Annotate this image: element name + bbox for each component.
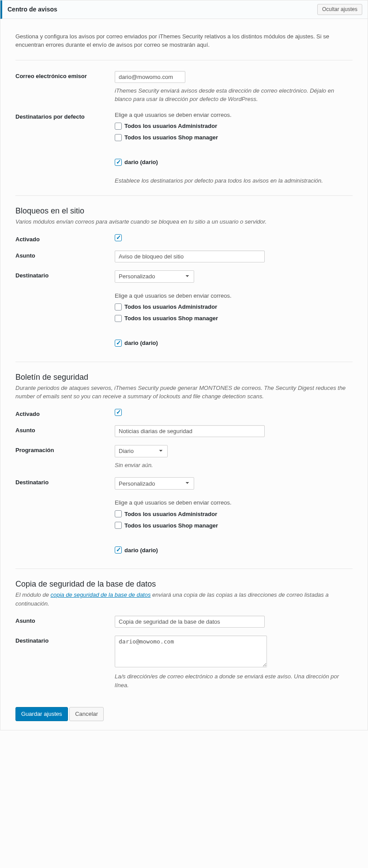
digest-schedule-status: Sin enviar aún. <box>115 461 353 470</box>
digest-recipient-select[interactable]: Personalizado <box>115 477 194 490</box>
digest-recipient-hint: Elige a qué usuarios se deben enviar cor… <box>115 499 353 506</box>
digest-checkbox-admin-label: Todos los usuarios Administrador <box>124 511 217 517</box>
lockouts-checkbox-shop-label: Todos los usuarios Shop manager <box>124 315 218 322</box>
digest-enabled-label: Activado <box>15 409 115 417</box>
lockouts-checkbox-shop[interactable] <box>115 315 122 322</box>
backup-recipient-textarea[interactable] <box>115 636 267 667</box>
footer-actions: Guardar ajustes Cancelar <box>0 707 368 721</box>
lockouts-intro: Varios módulos envían correos para avisa… <box>15 217 353 226</box>
from-email-label: Correo electrónico emisor <box>15 71 115 79</box>
digest-schedule-select[interactable]: Diario <box>115 445 168 457</box>
lockouts-checkbox-admin[interactable] <box>115 303 122 311</box>
digest-title: Boletín de seguridad <box>15 373 353 382</box>
checkbox-shop-label: Todos los usuarios Shop manager <box>124 134 218 141</box>
lockouts-recipient-label: Destinatario <box>15 270 115 279</box>
default-recipients-hint: Elige a qué usuarios se deben enviar cor… <box>115 112 353 118</box>
divider <box>15 60 353 60</box>
panel-header: Centro de avisos Ocultar ajustes <box>0 0 368 19</box>
backup-module-link[interactable]: copia de seguridad de la base de datos <box>51 591 151 598</box>
digest-checkbox-dario[interactable] <box>115 546 122 554</box>
digest-checkbox-dario-label: dario (dario) <box>124 547 158 554</box>
lockouts-subject-label: Asunto <box>15 251 115 259</box>
backup-intro: El módulo de copia de seguridad de la ba… <box>15 591 353 608</box>
checkbox-dario[interactable] <box>115 159 122 166</box>
digest-recipient-label: Destinatario <box>15 477 115 486</box>
lockouts-enabled-checkbox[interactable] <box>115 234 122 241</box>
divider <box>15 195 353 196</box>
lockouts-checkbox-dario-label: dario (dario) <box>124 340 158 346</box>
lockouts-recipient-hint: Elige a qué usuarios se deben enviar cor… <box>115 292 353 299</box>
backup-recipient-label: Destinatario <box>15 636 115 644</box>
backup-subject-input[interactable] <box>115 616 265 628</box>
checkbox-dario-label: dario (dario) <box>124 159 158 165</box>
lockouts-enabled-label: Activado <box>15 234 115 243</box>
digest-enabled-checkbox[interactable] <box>115 409 122 416</box>
cancel-button[interactable]: Cancelar <box>69 707 104 721</box>
digest-schedule-label: Programación <box>15 445 115 453</box>
save-button[interactable]: Guardar ajustes <box>15 707 68 721</box>
panel-title: Centro de avisos <box>8 6 57 13</box>
lockouts-subject-input[interactable] <box>115 251 265 262</box>
notification-center-panel: Centro de avisos Ocultar ajustes Gestion… <box>0 0 368 730</box>
checkbox-shop[interactable] <box>115 134 122 141</box>
divider <box>15 569 353 569</box>
digest-checkbox-shop[interactable] <box>115 522 122 529</box>
from-email-helper: iThemes Security enviará avisos desde es… <box>115 86 353 104</box>
lockouts-recipient-select[interactable]: Personalizado <box>115 270 194 283</box>
checkbox-admin-label: Todos los usuarios Administrador <box>124 123 217 129</box>
from-email-input[interactable] <box>115 71 185 83</box>
backup-recipient-helper: La/s dirección/es de correo electrónico … <box>115 672 353 689</box>
divider <box>15 362 353 362</box>
lockouts-checkbox-admin-label: Todos los usuarios Administrador <box>124 303 217 310</box>
digest-subject-input[interactable] <box>115 425 265 437</box>
digest-intro: Durante periodos de ataques severos, iTh… <box>15 384 353 401</box>
intro-text: Gestiona y configura los avisos por corr… <box>15 32 353 49</box>
default-recipients-helper: Establece los destinatarios por defecto … <box>115 176 353 185</box>
digest-checkbox-shop-label: Todos los usuarios Shop manager <box>124 522 218 529</box>
digest-checkbox-admin[interactable] <box>115 510 122 517</box>
backup-subject-label: Asunto <box>15 616 115 624</box>
hide-settings-button[interactable]: Ocultar ajustes <box>317 4 362 15</box>
backup-title: Copia de seguridad de la base de datos <box>15 580 353 589</box>
checkbox-admin[interactable] <box>115 123 122 130</box>
lockouts-checkbox-dario[interactable] <box>115 340 122 347</box>
digest-subject-label: Asunto <box>15 425 115 434</box>
lockouts-title: Bloqueos en el sitio <box>15 206 353 216</box>
default-recipients-label: Destinatarios por defecto <box>15 112 115 120</box>
